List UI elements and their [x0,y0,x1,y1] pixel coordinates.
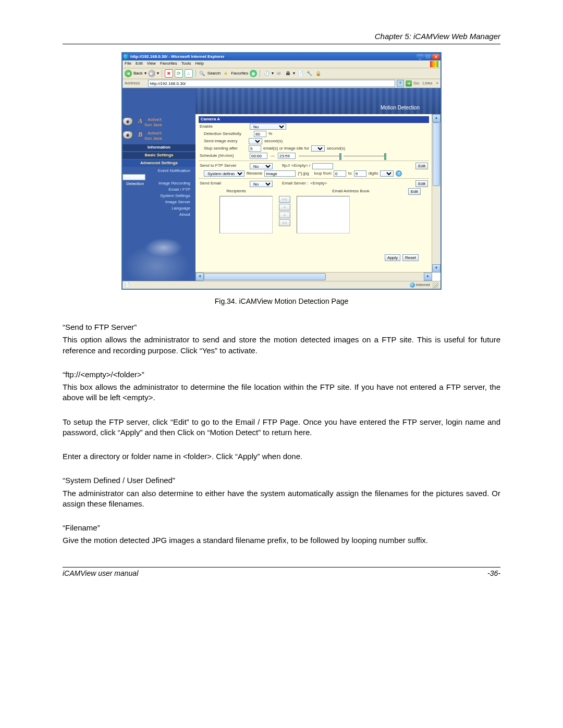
loop-from-input[interactable] [334,170,346,177]
scroll-down-icon[interactable]: ▾ [432,264,440,273]
back-button[interactable]: ◄ [125,70,132,77]
figure-ie-screenshot: http://192.168.0.30/ - Microsoft Interne… [63,53,500,289]
nav-about[interactable]: About [123,212,191,218]
ftp-edit-button[interactable]: Edit [415,163,428,169]
para-ftp-title: “Send to FTP Server” [63,322,500,332]
menu-edit[interactable]: Edit [136,61,143,67]
address-dropdown[interactable]: ▾ [397,80,404,87]
ftp-folder-input[interactable] [312,163,333,169]
sysdef-select[interactable]: System defined [204,170,244,177]
para-folder-body: Enter a directory or folder name in <fol… [63,451,500,462]
move-all-right-button[interactable]: >> [279,219,290,226]
help-icon[interactable]: ? [396,170,402,177]
menu-tools[interactable]: Tools [181,61,191,67]
email-label: Send Email [200,181,248,187]
camera-a-activex[interactable]: ActiveX [144,117,162,122]
ftp-label: Send to FTP Server [200,163,248,169]
forward-button[interactable]: ► [148,70,155,77]
maximize-button[interactable]: □ [424,54,432,60]
links-label[interactable]: Links [421,81,435,87]
go-label: Go [413,81,419,87]
scroll-up-icon[interactable]: ▴ [432,114,440,122]
page-title: Motion Detection [381,104,420,112]
nav-language[interactable]: Language [123,205,191,212]
nav-event-notification[interactable]: Event Notification [123,168,191,174]
nav-email-ftp[interactable]: Email / FTP [123,187,191,193]
edit-icon[interactable]: 📄 [297,70,304,77]
nav-head-information[interactable]: Information [123,144,195,151]
favorites-icon[interactable]: ★ [222,70,229,77]
window-titlebar: http://192.168.0.30/ - Microsoft Interne… [123,53,440,60]
digits-select[interactable]: 2 [380,170,394,177]
camera-a-letter: A [135,117,142,125]
seconds-label-2: second(s) [327,146,345,152]
refresh-button[interactable]: ⟳ [175,69,183,78]
window-title: http://192.168.0.30/ - Microsoft Interne… [130,54,417,60]
addressbook-edit-button[interactable]: Edit [408,188,421,195]
menu-view[interactable]: View [147,61,156,67]
menu-favorites[interactable]: Favorites [160,61,177,67]
apply-button[interactable]: Apply [385,254,400,261]
vertical-scrollbar[interactable]: ▴ ▾ [432,114,440,273]
email-select[interactable]: No [250,181,273,187]
digits-label: digits [369,171,378,177]
schedule-slider-1[interactable] [299,155,340,157]
sensitivity-input[interactable] [254,131,266,137]
stop-after-input[interactable] [249,145,261,152]
camera-b-letter: B [135,131,142,139]
nav-head-advanced[interactable]: Advanced Settings [123,160,195,167]
camera-b-activex[interactable]: ActiveX [144,131,162,136]
move-right-button[interactable]: > [279,212,290,218]
schedule-from-input[interactable] [250,153,267,159]
recipients-listbox[interactable] [219,196,273,233]
scroll-right-icon[interactable]: ▸ [424,273,432,281]
schedule-label: Schedule (hh:mm) [200,153,248,159]
nav-image-server[interactable]: Image Server [123,199,191,205]
nav-system-settings[interactable]: System Settings [123,193,191,199]
close-button[interactable]: ✕ [432,54,439,60]
schedule-slider-2[interactable] [344,155,385,157]
address-input[interactable] [148,80,395,87]
scroll-thumb-h[interactable] [204,273,326,280]
scroll-left-icon[interactable]: ◂ [195,273,204,281]
extra-icon-1[interactable]: 🔧 [305,70,313,77]
email-edit-button[interactable]: Edit [415,180,428,187]
menu-help[interactable]: Help [195,61,203,67]
move-left-button[interactable]: < [279,204,290,211]
mail-icon[interactable]: ✉ [275,70,283,77]
go-button[interactable]: ➔ [406,80,412,87]
extra-icon-2[interactable]: 🔒 [314,70,322,77]
nav-motion-detection[interactable]: Motion Detection [123,174,145,180]
email-server-label: Email Server : [282,181,308,187]
send-every-select[interactable]: 1 [249,138,262,144]
idle-select[interactable]: 5 [311,145,325,152]
windows-flag-icon [430,61,438,67]
filename-input[interactable] [264,170,296,177]
stop-button[interactable]: ✖ [165,69,173,78]
resize-grabber-icon[interactable] [432,282,438,288]
camera-a-sunjava[interactable]: Sun Java [144,122,162,128]
para-filename-title: “Filename” [63,523,500,533]
reset-button[interactable]: Reset [402,254,419,261]
print-icon[interactable]: 🖶 [284,70,291,77]
footer-left: iCAMView user manual [63,569,138,578]
schedule-to-input[interactable] [278,153,296,159]
email-server-value: <Empty> [310,181,327,187]
minimize-button[interactable]: _ [417,54,424,60]
menu-file[interactable]: File [125,61,131,67]
nav-head-basic[interactable]: Basic Settings [123,152,195,159]
enable-select[interactable]: No [250,124,286,130]
search-icon[interactable]: 🔍 [199,70,206,77]
scroll-thumb-v[interactable] [433,122,440,186]
loop-to-input[interactable] [354,170,366,177]
ftp-select[interactable]: No [250,163,273,169]
move-all-left-button[interactable]: << [279,196,290,203]
media-icon[interactable]: ◉ [250,70,257,77]
home-button[interactable]: ⌂ [185,69,193,78]
sensitivity-label: Detection Sensitivity [204,131,252,137]
history-icon[interactable]: 🕗 [263,70,270,77]
para-ftp-body: This option allows the administrator to … [63,335,500,356]
camera-b-sunjava[interactable]: Sun Java [144,136,162,141]
horizontal-scrollbar[interactable]: ◂ ▸ [195,272,432,281]
addressbook-listbox[interactable] [297,196,350,233]
